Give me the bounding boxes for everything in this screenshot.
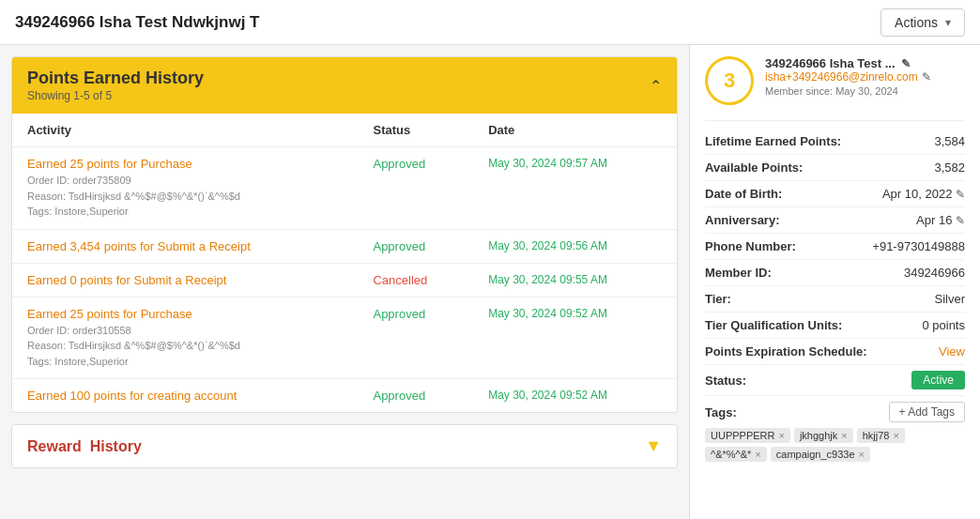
tag-chip: jkhgghjk× [794,428,853,443]
tag-remove-icon[interactable]: × [859,449,865,460]
expiration-row: Points Expiration Schedule: View [705,339,965,365]
activity-link[interactable]: Earned 25 points for Purchase [27,307,192,321]
tag-label: campaign_c933e [776,449,855,460]
tier-qual-value: 0 points [922,318,965,332]
tier-qual-row: Tier Qualification Units: 0 points [705,313,965,339]
add-tags-button[interactable]: + Add Tags [889,402,966,422]
points-title: Points Earned History [27,69,204,88]
date-cell: May 30, 2024 09:55 AM [473,263,677,297]
table-row: Earned 100 points for creating accountAp… [12,379,677,413]
tag-chip: ^&*%^&*× [705,447,767,462]
activity-sub: Order ID: order310558 Reason: TsdHirsjks… [27,323,343,370]
tag-remove-icon[interactable]: × [841,430,847,441]
phone-row: Phone Number: +91-9730149888 [705,234,965,260]
table-row: Earned 3,454 points for Submit a Receipt… [12,229,677,263]
points-section: Points Earned History Showing 1-5 of 5 ⌃… [11,56,678,413]
status-label: Status: [705,374,746,388]
status-cell: Approved [358,147,473,230]
points-table: Activity Status Date Earned 25 points fo… [12,114,677,412]
activity-link[interactable]: Earned 0 points for Submit a Receipt [27,273,226,287]
edit-anniversary-icon[interactable]: ✎ [956,214,965,227]
phone-label: Phone Number: [705,239,796,253]
actions-button[interactable]: Actions ▾ [880,8,965,37]
tag-chip: campaign_c933e× [771,447,870,462]
status-cell: Approved [358,379,473,413]
tag-chip: UUPPPPERR× [705,428,790,443]
date-cell: May 30, 2024 09:57 AM [473,147,677,230]
available-points-row: Available Points: 3,582 [705,155,965,181]
tier-value: Silver [934,292,965,306]
reward-title-black: Reward [27,438,82,454]
left-panel: Points Earned History Showing 1-5 of 5 ⌃… [0,45,689,519]
main-content: Points Earned History Showing 1-5 of 5 ⌃… [0,45,980,519]
date-cell: May 30, 2024 09:52 AM [473,297,677,379]
tag-label: hkjj78 [863,430,890,441]
tags-header: Tags: + Add Tags [705,402,965,422]
lifetime-value: 3,584 [934,134,965,148]
right-panel: 3 349246966 Isha Test ... ✎ isha+3492469… [689,45,980,519]
tag-label: jkhgghjk [800,430,837,441]
lifetime-points-row: Lifetime Earned Points: 3,584 [705,129,965,155]
tags-label-text: Tags: [705,405,737,420]
available-value: 3,582 [934,160,965,175]
table-row: Earned 25 points for PurchaseOrder ID: o… [12,297,677,379]
tag-remove-icon[interactable]: × [755,449,760,460]
reward-title-red: History [90,438,142,454]
col-date: Date [473,114,677,147]
col-status: Status [358,114,473,147]
status-row: Status: Active [705,365,965,396]
anniversary-value: Apr 16 ✎ [916,213,965,227]
activity-link[interactable]: Earned 3,454 points for Submit a Receipt [27,239,251,253]
lifetime-label: Lifetime Earned Points: [705,134,841,148]
points-subtitle: Showing 1-5 of 5 [27,89,112,102]
status-badge: Active [911,371,965,389]
edit-name-icon[interactable]: ✎ [901,57,911,70]
points-header: Points Earned History Showing 1-5 of 5 ⌃ [12,57,677,114]
tier-label: Tier: [705,292,731,306]
tier-row: Tier: Silver [705,286,965,313]
phone-value: +91-9730149888 [872,239,965,253]
tag-label: UUPPPPERR [711,430,774,441]
member-name: 349246966 Isha Test ... ✎ [765,56,965,70]
reward-section: Reward History ▼ [11,424,678,468]
tag-chip: hkjj78× [857,428,905,443]
page-title: 349246966 Isha Test Ndwkjnwj T [15,13,259,32]
divider [705,120,965,121]
dob-label: Date of Birth: [705,187,782,201]
tags-row: Tags: + Add Tags UUPPPPERR×jkhgghjk×hkjj… [705,396,965,467]
date-cell: May 30, 2024 09:56 AM [473,229,677,263]
member-id-label: Member ID: [705,266,772,280]
activity-sub: Order ID: order735809 Reason: TsdHirsjks… [27,173,343,220]
member-since: Member since: May 30, 2024 [765,85,965,97]
edit-email-icon[interactable]: ✎ [922,70,931,84]
chevron-down-icon: ▾ [945,16,951,29]
member-info: 349246966 Isha Test ... ✎ isha+349246966… [765,56,965,97]
tag-label: ^&*%^&* [711,449,751,460]
table-row: Earned 25 points for PurchaseOrder ID: o… [12,147,677,230]
tag-remove-icon[interactable]: × [778,430,784,441]
member-email: isha+349246966@zinrelo.com ✎ [765,70,965,84]
col-activity: Activity [12,114,358,147]
edit-dob-icon[interactable]: ✎ [956,188,965,201]
activity-link[interactable]: Earned 100 points for creating account [27,389,237,403]
dob-value: Apr 10, 2022 ✎ [882,187,965,201]
tag-remove-icon[interactable]: × [893,430,898,441]
member-id-value: 349246966 [904,266,965,280]
anniversary-row: Anniversary: Apr 16 ✎ [705,207,965,234]
table-row: Earned 0 points for Submit a ReceiptCanc… [12,263,677,297]
status-cell: Cancelled [358,263,473,297]
available-label: Available Points: [705,160,803,175]
status-cell: Approved [358,297,473,379]
tier-qual-label: Tier Qualification Units: [705,318,842,332]
reward-title: Reward History [27,438,142,455]
status-cell: Approved [358,229,473,263]
reward-expand-icon[interactable]: ▼ [645,436,662,456]
collapse-button[interactable]: ⌃ [650,77,662,95]
tags-container: UUPPPPERR×jkhgghjk×hkjj78×^&*%^&*×campai… [705,428,965,462]
member-header: 3 349246966 Isha Test ... ✎ isha+3492469… [705,56,965,105]
expiration-label: Points Expiration Schedule: [705,344,867,359]
activity-link[interactable]: Earned 25 points for Purchase [27,157,192,171]
expiration-link[interactable]: View [939,344,965,359]
actions-label: Actions [895,15,938,30]
date-cell: May 30, 2024 09:52 AM [473,379,677,413]
